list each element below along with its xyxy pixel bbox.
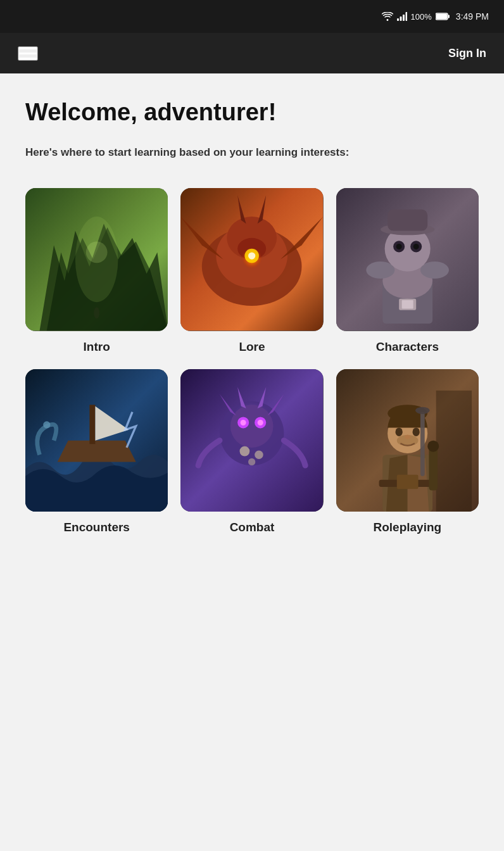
cards-grid: Intro <box>25 188 479 534</box>
status-bar: 100% 3:49 PM <box>0 0 504 33</box>
card-intro-label: Intro <box>84 340 110 354</box>
card-combat[interactable]: Combat <box>180 369 323 534</box>
card-characters-label: Characters <box>376 340 439 354</box>
battery-icon <box>436 13 450 20</box>
svg-point-28 <box>366 262 394 279</box>
card-encounters-image-wrapper <box>25 369 168 512</box>
card-intro-image <box>25 188 168 331</box>
svg-point-50 <box>241 420 246 426</box>
welcome-subtitle: Here's where to start learning based on … <box>25 144 479 161</box>
svg-point-11 <box>86 242 108 263</box>
svg-rect-3 <box>405 12 407 21</box>
card-lore[interactable]: Lore <box>180 188 323 353</box>
signal-icon <box>397 12 407 21</box>
svg-rect-74 <box>420 412 425 476</box>
card-encounters[interactable]: Encounters <box>25 369 168 534</box>
card-intro[interactable]: Intro <box>25 188 168 353</box>
svg-point-33 <box>396 244 401 249</box>
svg-rect-66 <box>429 447 438 490</box>
card-lore-image <box>180 188 323 331</box>
top-nav: Sign In <box>0 33 504 73</box>
svg-rect-1 <box>400 16 401 21</box>
svg-rect-6 <box>448 15 450 18</box>
svg-point-43 <box>43 421 50 428</box>
card-roleplaying-image-wrapper <box>336 369 479 512</box>
svg-point-51 <box>258 420 263 426</box>
card-combat-image <box>180 369 323 512</box>
card-characters-image-wrapper <box>336 188 479 331</box>
svg-point-71 <box>412 427 419 436</box>
card-characters[interactable]: Characters <box>336 188 479 353</box>
svg-marker-40 <box>58 440 136 462</box>
menu-button[interactable] <box>18 46 38 61</box>
svg-point-70 <box>395 427 402 436</box>
card-roleplaying[interactable]: Roleplaying <box>336 369 479 534</box>
svg-point-75 <box>415 407 430 413</box>
status-icons: 100% 3:49 PM <box>382 11 489 22</box>
svg-point-47 <box>230 405 274 448</box>
card-combat-image-wrapper <box>180 369 323 512</box>
card-roleplaying-label: Roleplaying <box>373 520 441 534</box>
battery-level: 100% <box>411 12 432 22</box>
welcome-title: Welcome, adventurer! <box>25 99 479 127</box>
svg-point-29 <box>420 262 449 279</box>
card-characters-image <box>336 188 479 331</box>
card-roleplaying-image <box>336 369 479 512</box>
wifi-icon <box>382 12 393 21</box>
sign-in-button[interactable]: Sign In <box>448 47 486 60</box>
card-lore-label: Lore <box>239 340 265 354</box>
svg-point-67 <box>427 440 439 451</box>
card-intro-image-wrapper <box>25 188 168 331</box>
card-lore-image-wrapper <box>180 188 323 331</box>
main-content: Welcome, adventurer! Here's where to sta… <box>0 73 504 851</box>
svg-point-58 <box>248 458 255 465</box>
svg-rect-41 <box>89 405 95 444</box>
svg-rect-65 <box>396 474 418 489</box>
svg-point-57 <box>255 450 263 459</box>
svg-rect-38 <box>401 300 413 309</box>
svg-point-20 <box>248 253 255 260</box>
svg-point-12 <box>94 307 99 318</box>
svg-rect-36 <box>387 210 427 231</box>
card-combat-label: Combat <box>230 520 275 534</box>
svg-point-34 <box>413 244 419 249</box>
svg-point-56 <box>240 446 250 456</box>
status-time: 3:49 PM <box>456 11 489 22</box>
svg-rect-0 <box>397 18 399 21</box>
svg-point-73 <box>405 434 410 439</box>
svg-rect-60 <box>436 390 471 512</box>
svg-rect-2 <box>403 15 405 21</box>
svg-rect-5 <box>436 14 447 19</box>
card-encounters-label: Encounters <box>63 520 130 534</box>
card-encounters-image <box>25 369 168 512</box>
